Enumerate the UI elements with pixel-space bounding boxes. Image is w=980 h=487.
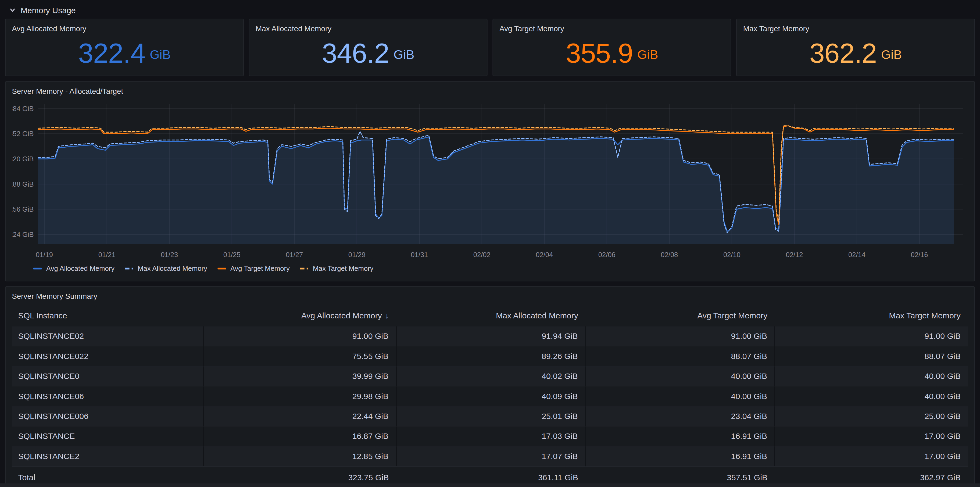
cell-sql-instance: SQLINSTANCE02: [12, 326, 203, 346]
legend-series-swatch: [300, 267, 309, 269]
table-row[interactable]: SQLINSTANCE0291.00 GiB91.94 GiB91.00 GiB…: [12, 326, 968, 346]
x-axis-label: 02/04: [536, 251, 553, 258]
cell-value: 39.99 GiB: [203, 366, 396, 386]
table-panel: Server Memory Summary SQL Instance Avg A…: [5, 286, 975, 485]
legend-series-swatch: [217, 267, 226, 269]
legend-item-avg-target-memory[interactable]: Avg Target Memory: [217, 264, 290, 272]
y-axis-label: 288 GiB: [12, 180, 33, 188]
x-axis-label: 02/06: [598, 251, 616, 258]
server-memory-summary-table: SQL Instance Avg Allocated Memory↓ Max A…: [12, 306, 968, 487]
row-header-memory-usage[interactable]: Memory Usage: [5, 2, 975, 18]
x-axis-label: 01/27: [286, 251, 303, 258]
column-header-max-allocated-memory[interactable]: Max Allocated Memory: [396, 306, 585, 326]
cell-sql-instance: SQLINSTANCE: [12, 426, 203, 446]
stat-value: 355.9: [566, 39, 633, 67]
cell-sql-instance: SQLINSTANCE06: [12, 386, 203, 406]
cell-value: 40.09 GiB: [396, 386, 585, 406]
legend-item-max-allocated-memory[interactable]: Max Allocated Memory: [124, 264, 207, 272]
row-title: Memory Usage: [21, 5, 76, 15]
legend-item-avg-allocated-memory[interactable]: Avg Allocated Memory: [33, 264, 115, 272]
table-row[interactable]: SQLINSTANCE16.87 GiB17.03 GiB16.91 GiB17…: [12, 426, 968, 446]
cell-value: 17.07 GiB: [396, 446, 585, 466]
x-axis-label: 01/31: [411, 251, 428, 258]
legend-item-max-target-memory[interactable]: Max Target Memory: [300, 264, 373, 272]
table-row[interactable]: SQLINSTANCE00622.44 GiB25.01 GiB23.04 Gi…: [12, 406, 968, 426]
cell-sql-instance: SQLINSTANCE006: [12, 406, 203, 426]
cell-value: 25.00 GiB: [775, 406, 968, 426]
next-row-panel-edge: [0, 483, 980, 487]
timeseries-plot[interactable]: 01/1901/2101/2301/2501/2701/2901/3102/02…: [12, 99, 968, 263]
stat-panel-avg-target-memory: Avg Target Memory 355.9 GiB: [492, 19, 731, 76]
chevron-down-icon: [9, 6, 16, 14]
panel-title[interactable]: Server Memory - Allocated/Target: [12, 86, 968, 96]
cell-sql-instance: SQLINSTANCE022: [12, 346, 203, 366]
cell-value: 16.91 GiB: [586, 426, 775, 446]
timeseries-panel: Server Memory - Allocated/Target 01/1901…: [5, 81, 975, 281]
table-header-row: SQL Instance Avg Allocated Memory↓ Max A…: [12, 306, 968, 326]
x-axis-label: 02/08: [661, 251, 678, 258]
cell-value: 89.26 GiB: [396, 346, 585, 366]
y-axis-label: 352 GiB: [12, 130, 33, 137]
cell-value: 40.00 GiB: [775, 386, 968, 406]
stat-value-wrap: 346.2 GiB: [256, 34, 480, 72]
cell-sql-instance: SQLINSTANCE2: [12, 446, 203, 466]
table-row[interactable]: SQLINSTANCE0629.98 GiB40.09 GiB40.00 GiB…: [12, 386, 968, 406]
legend-series-swatch: [124, 267, 133, 269]
stat-value: 322.4: [78, 39, 145, 67]
legend-series-label: Avg Allocated Memory: [46, 264, 115, 272]
stat-value-wrap: 322.4 GiB: [12, 34, 237, 72]
panel-title[interactable]: Server Memory Summary: [12, 291, 968, 301]
y-axis-label: 224 GiB: [12, 231, 33, 238]
cell-value: 91.00 GiB: [586, 326, 775, 346]
stat-value: 362.2: [809, 39, 877, 67]
stat-value-wrap: 355.9 GiB: [500, 34, 724, 72]
panel-title[interactable]: Max Allocated Memory: [256, 24, 480, 33]
cell-value: 88.07 GiB: [586, 346, 775, 366]
x-axis-label: 02/02: [473, 251, 490, 258]
cell-value: 16.87 GiB: [203, 426, 396, 446]
legend-series-label: Max Allocated Memory: [138, 264, 207, 272]
column-header-sql-instance[interactable]: SQL Instance: [12, 306, 203, 326]
column-header-max-target-memory[interactable]: Max Target Memory: [775, 306, 968, 326]
cell-value: 91.00 GiB: [775, 326, 968, 346]
cell-value: 91.00 GiB: [203, 326, 396, 346]
cell-value: 22.44 GiB: [203, 406, 396, 426]
x-axis-label: 01/19: [36, 251, 53, 258]
x-axis-label: 02/14: [848, 251, 865, 258]
cell-value: 88.07 GiB: [775, 346, 968, 366]
table-row[interactable]: SQLINSTANCE039.99 GiB40.02 GiB40.00 GiB4…: [12, 366, 968, 386]
cell-value: 91.94 GiB: [396, 326, 585, 346]
x-axis-label: 01/25: [223, 251, 240, 258]
cell-value: 40.00 GiB: [586, 386, 775, 406]
cell-value: 40.00 GiB: [775, 366, 968, 386]
x-axis-label: 02/12: [786, 251, 803, 258]
cell-value: 40.02 GiB: [396, 366, 585, 386]
cell-value: 17.00 GiB: [775, 446, 968, 466]
sort-desc-icon: ↓: [385, 311, 389, 320]
table-row[interactable]: SQLINSTANCE212.85 GiB17.07 GiB16.91 GiB1…: [12, 446, 968, 466]
x-axis-label: 02/10: [723, 251, 740, 258]
panel-title[interactable]: Avg Target Memory: [500, 24, 724, 33]
x-axis-label: 01/29: [348, 251, 366, 258]
y-axis-label: 384 GiB: [12, 105, 33, 112]
cell-value: 29.98 GiB: [203, 386, 396, 406]
chart-legend: Avg Allocated MemoryMax Allocated Memory…: [12, 264, 968, 272]
legend-series-label: Avg Target Memory: [230, 264, 290, 272]
column-header-avg-target-memory[interactable]: Avg Target Memory: [586, 306, 775, 326]
legend-series-swatch: [33, 267, 42, 269]
table-row[interactable]: SQLINSTANCE02275.55 GiB89.26 GiB88.07 Gi…: [12, 346, 968, 366]
panel-title[interactable]: Max Target Memory: [743, 24, 968, 33]
stat-unit: GiB: [393, 48, 414, 62]
panel-title[interactable]: Avg Allocated Memory: [12, 24, 237, 33]
column-header-avg-allocated-memory[interactable]: Avg Allocated Memory↓: [203, 306, 396, 326]
cell-value: 40.00 GiB: [586, 366, 775, 386]
series-area-max-allocated-memory: [38, 131, 954, 244]
y-axis-label: 320 GiB: [12, 155, 33, 163]
y-axis-label: 256 GiB: [12, 205, 33, 213]
legend-series-label: Max Target Memory: [313, 264, 374, 272]
stat-panel-avg-allocated-memory: Avg Allocated Memory 322.4 GiB: [5, 19, 244, 76]
cell-value: 75.55 GiB: [203, 346, 396, 366]
cell-value: 17.03 GiB: [396, 426, 585, 446]
x-axis-label: 02/16: [911, 251, 928, 258]
cell-value: 25.01 GiB: [396, 406, 585, 426]
